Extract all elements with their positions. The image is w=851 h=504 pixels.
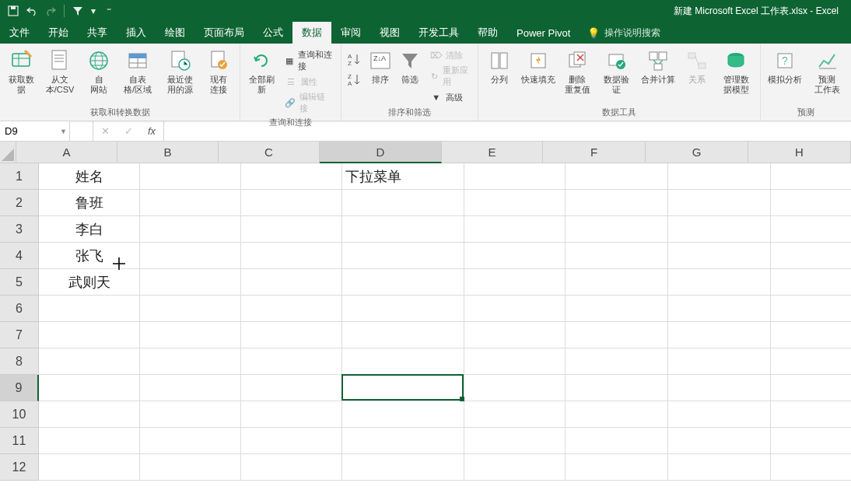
column-header-E[interactable]: E: [442, 142, 543, 163]
cell-H6[interactable]: [771, 296, 851, 322]
row-header-2[interactable]: 2: [0, 190, 39, 216]
cell-G1[interactable]: [668, 163, 771, 190]
cell-F12[interactable]: [566, 454, 668, 481]
row-header-10[interactable]: 10: [0, 401, 39, 428]
cell-H4[interactable]: [771, 243, 851, 269]
cell-B6[interactable]: [140, 296, 241, 322]
cell-A1[interactable]: 姓名: [39, 163, 140, 190]
cell-C5[interactable]: [241, 269, 342, 296]
qat-overflow-icon[interactable]: ⁼: [102, 4, 116, 18]
from-web-button[interactable]: 自 网站: [82, 47, 115, 95]
text-to-columns-button[interactable]: 分列: [483, 47, 516, 85]
row-header-9[interactable]: 9: [0, 375, 39, 401]
tab-home[interactable]: 开始: [39, 22, 78, 44]
row-header-6[interactable]: 6: [0, 296, 39, 322]
cell-A7[interactable]: [39, 322, 140, 348]
cell-B2[interactable]: [140, 190, 241, 216]
cell-E4[interactable]: [464, 243, 566, 269]
cell-B10[interactable]: [140, 401, 241, 428]
cell-E11[interactable]: [464, 428, 566, 454]
cell-C6[interactable]: [241, 296, 342, 322]
select-all-corner[interactable]: [0, 142, 16, 163]
cell-H11[interactable]: [771, 428, 851, 454]
cell-G2[interactable]: [668, 190, 771, 216]
flash-fill-button[interactable]: 快速填充: [519, 47, 558, 85]
sort-asc-button[interactable]: AZ: [346, 51, 363, 70]
remove-duplicates-button[interactable]: 删除 重复值: [561, 47, 594, 95]
recent-sources-button[interactable]: 最近使 用的源: [160, 47, 199, 95]
cell-D8[interactable]: [342, 348, 464, 375]
tab-view[interactable]: 视图: [370, 22, 409, 44]
cell-B11[interactable]: [140, 428, 241, 454]
refresh-all-button[interactable]: 全部刷新: [245, 47, 278, 95]
cell-A6[interactable]: [39, 296, 140, 322]
cell-C3[interactable]: [241, 216, 342, 243]
tab-review[interactable]: 审阅: [331, 22, 370, 44]
cell-B5[interactable]: [140, 269, 241, 296]
cell-E12[interactable]: [464, 454, 566, 481]
filter-button[interactable]: 筛选: [397, 47, 424, 85]
cell-H8[interactable]: [771, 348, 851, 375]
cell-E1[interactable]: [464, 163, 566, 190]
row-header-12[interactable]: 12: [0, 454, 39, 481]
insert-function-button[interactable]: fx: [140, 125, 163, 137]
tab-formulas[interactable]: 公式: [254, 22, 292, 44]
cell-F7[interactable]: [566, 322, 668, 348]
cell-F8[interactable]: [566, 348, 668, 375]
row-header-5[interactable]: 5: [0, 269, 39, 296]
column-header-A[interactable]: A: [16, 142, 117, 163]
tab-insert[interactable]: 插入: [117, 22, 156, 44]
whatif-button[interactable]: ?模拟分析: [765, 47, 804, 85]
cell-E2[interactable]: [464, 190, 566, 216]
cell-B12[interactable]: [140, 454, 241, 481]
cell-G4[interactable]: [668, 243, 771, 269]
cell-C11[interactable]: [241, 428, 342, 454]
cell-B3[interactable]: [140, 216, 241, 243]
cell-E3[interactable]: [464, 216, 566, 243]
cell-A12[interactable]: [39, 454, 140, 481]
existing-conn-button[interactable]: 现有 连接: [202, 47, 235, 95]
column-header-B[interactable]: B: [117, 142, 219, 163]
cell-D12[interactable]: [342, 454, 464, 481]
column-header-D[interactable]: D: [320, 142, 442, 163]
cell-A10[interactable]: [39, 401, 140, 428]
cell-F11[interactable]: [566, 428, 668, 454]
tab-help[interactable]: 帮助: [468, 22, 507, 44]
filter-icon[interactable]: [71, 4, 85, 18]
cell-F1[interactable]: [566, 163, 668, 190]
cell-A2[interactable]: 鲁班: [39, 190, 140, 216]
tab-data[interactable]: 数据: [292, 22, 331, 44]
cell-H1[interactable]: [771, 163, 851, 190]
cell-C7[interactable]: [241, 322, 342, 348]
cell-H12[interactable]: [771, 454, 851, 481]
cell-H7[interactable]: [771, 322, 851, 348]
cell-H2[interactable]: [771, 190, 851, 216]
cell-A9[interactable]: [39, 375, 140, 401]
cell-D1[interactable]: 下拉菜单: [342, 163, 464, 190]
sort-button[interactable]: Z↓A排序: [366, 47, 394, 85]
cell-D10[interactable]: [342, 401, 464, 428]
cell-F9[interactable]: [566, 375, 668, 401]
enter-formula-button[interactable]: ✓: [117, 125, 140, 137]
cell-B4[interactable]: [140, 243, 241, 269]
cell-F3[interactable]: [566, 216, 668, 243]
cell-F5[interactable]: [566, 269, 668, 296]
tab-draw[interactable]: 绘图: [156, 22, 194, 44]
row-header-8[interactable]: 8: [0, 348, 39, 375]
cell-C1[interactable]: [241, 163, 342, 190]
cell-A4[interactable]: 张飞: [39, 243, 140, 269]
cells-area[interactable]: 姓名下拉菜单鲁班李白张飞武则天: [39, 163, 851, 504]
tab-share[interactable]: 共享: [78, 22, 117, 44]
cell-F6[interactable]: [566, 296, 668, 322]
row-header-4[interactable]: 4: [0, 243, 39, 269]
tab-layout[interactable]: 页面布局: [194, 22, 254, 44]
manage-data-model-button[interactable]: 管理数 据模型: [716, 47, 755, 95]
name-box-input[interactable]: [5, 125, 65, 137]
cell-G10[interactable]: [668, 401, 771, 428]
get-data-button[interactable]: 获取数 据: [5, 47, 37, 95]
cell-B9[interactable]: [140, 375, 241, 401]
cell-A5[interactable]: 武则天: [39, 269, 140, 296]
cell-B7[interactable]: [140, 322, 241, 348]
cell-H9[interactable]: [771, 375, 851, 401]
sort-desc-button[interactable]: ZA: [346, 72, 363, 90]
